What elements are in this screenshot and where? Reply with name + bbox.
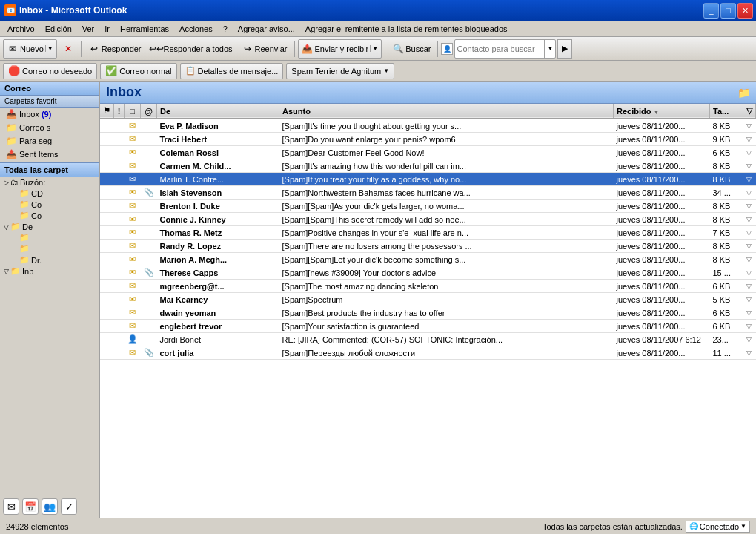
cell-excl <box>114 346 125 360</box>
table-row[interactable]: ✉ Coleman Rossi [Spam]Dear Customer Feel… <box>100 146 756 159</box>
extra-button[interactable]: ▶ <box>557 39 572 59</box>
cell-received: jueves 08/11/200... <box>614 280 710 293</box>
table-row[interactable]: ✉ englebert trevor [Spam]Your satisfacti… <box>100 320 756 333</box>
col-header-filter[interactable]: ▽ <box>743 104 756 119</box>
responder-button[interactable]: ↩ Responder <box>84 39 145 59</box>
col-header-from[interactable]: De <box>157 104 279 119</box>
menu-agregar-aviso[interactable]: Agregar aviso... <box>233 23 299 35</box>
cell-attach <box>141 306 157 320</box>
tree-item-buzon[interactable]: ▷ 🗂 Buzón: <box>0 177 99 188</box>
tree-item-co2[interactable]: 📁 Co <box>0 210 99 221</box>
enviar-button[interactable]: 📤 Enviar y recibir ▼ <box>298 39 382 59</box>
cell-excl <box>114 320 125 333</box>
tree-item-de-sub2[interactable]: 📁 <box>0 243 99 254</box>
table-row[interactable]: ✉ Marlin T. Contre... [Spam]If you treat… <box>100 173 756 186</box>
spam-terrier-button[interactable]: Spam Terrier de Agnitum ▼ <box>286 63 394 79</box>
menu-herramientas[interactable]: Herramientas <box>116 23 173 35</box>
menu-agregar-remitente[interactable]: Agregar el remitente a la lista de remit… <box>301 23 512 35</box>
table-row[interactable]: ✉ Thomas R. Metz [Spam]Positive changes … <box>100 226 756 240</box>
cell-subject: [Spam][Spam]Let your dic'k become someth… <box>279 253 614 266</box>
contact-search-dropdown[interactable]: ▼ <box>454 39 556 59</box>
cell-filter: ▽ <box>743 226 756 240</box>
sidebar-inbox[interactable]: 📥 Inbox (9) <box>0 108 99 121</box>
table-row[interactable]: ✉ Connie J. Kinney [Spam][Spam]This secr… <box>100 213 756 226</box>
sidebar-correo-s[interactable]: 📁 Correo s <box>0 121 99 134</box>
contact-search-input[interactable] <box>455 44 544 53</box>
table-row[interactable]: ✉ 📎 cort julia [Spam]Переезды любой слож… <box>100 346 756 360</box>
responder-todos-button[interactable]: ↩↩ Responder a todos <box>147 39 236 59</box>
close-button[interactable]: ✕ <box>737 3 753 19</box>
table-row[interactable]: ✉ Brenton I. Duke [Spam][Spam]As your di… <box>100 200 756 213</box>
cell-received: jueves 08/11/200... <box>614 173 710 186</box>
tasks-nav-icon[interactable]: ✓ <box>61 498 77 515</box>
table-row[interactable]: ✉ mgreenberg@t... [Spam]The most amazing… <box>100 280 756 293</box>
cell-filter: ▽ <box>743 173 756 186</box>
cell-excl <box>114 240 125 253</box>
attach-icon: 📎 <box>144 188 154 197</box>
calendar-nav-icon[interactable]: 📅 <box>22 498 39 515</box>
cell-type: ✉ <box>125 280 141 293</box>
contacts-nav-icon[interactable]: 👥 <box>42 498 58 515</box>
sidebar-sent-items[interactable]: 📤 Sent Items <box>0 148 99 161</box>
menu-acciones[interactable]: Acciones <box>175 23 217 35</box>
inbox-title: Inbox <box>106 85 142 100</box>
cell-flags <box>100 119 114 133</box>
cell-size: 23... <box>710 333 743 346</box>
cell-filter: ▽ <box>743 119 756 133</box>
cell-subject: [Spam]Dear Customer Feel Good Now! <box>279 146 614 159</box>
table-row[interactable]: ✉ Eva P. Madison [Spam]It's time you tho… <box>100 119 756 133</box>
col-header-attach[interactable]: @ <box>141 104 157 119</box>
tree-item-de[interactable]: ▽ 📁 De <box>0 221 99 232</box>
col-header-type[interactable]: □ <box>125 104 141 119</box>
table-row[interactable]: ✉ Randy R. Lopez [Spam]There are no lose… <box>100 240 756 253</box>
tree-item-dr[interactable]: 📁 Dr. <box>0 254 99 266</box>
table-row[interactable]: 👤 Jordi Bonet RE: [JIRA] Commented: (COR… <box>100 333 756 346</box>
col-header-flags[interactable]: ⚑ <box>100 104 114 119</box>
cell-from: Traci Hebert <box>157 133 279 146</box>
maximize-button[interactable]: □ <box>720 3 736 19</box>
cell-filter: ▽ <box>743 293 756 306</box>
tree-item-inb[interactable]: ▽ 📁 Inb <box>0 266 99 277</box>
minimize-button[interactable]: _ <box>703 3 719 19</box>
inbox-folder-icon: 📥 <box>6 109 17 119</box>
menu-archivo[interactable]: Archivo <box>3 23 39 35</box>
detalles-mensaje-button[interactable]: 📋 Detalles de mensaje... <box>180 63 284 79</box>
table-row[interactable]: ✉ Traci Hebert [Spam]Do you want enlarge… <box>100 133 756 146</box>
col-header-size[interactable]: Ta... <box>710 104 743 119</box>
cell-attach <box>141 320 157 333</box>
cell-type: ✉ <box>125 159 141 173</box>
col-header-received[interactable]: Recibido ▼ <box>614 104 710 119</box>
cell-size: 7 KB <box>710 226 743 240</box>
cell-filter: ▽ <box>743 280 756 293</box>
contact-search-arrow[interactable]: ▼ <box>544 40 555 58</box>
table-row[interactable]: ✉ dwain yeoman [Spam]Best products the i… <box>100 306 756 320</box>
menu-ver[interactable]: Ver <box>78 23 99 35</box>
menu-edicion[interactable]: Edición <box>41 23 76 35</box>
table-row[interactable]: ✉ Carmen M. Child... [Spam]It's amazing … <box>100 159 756 173</box>
inbox-header: Inbox 📁 <box>100 82 756 104</box>
tree-item-de-sub1[interactable]: 📁 <box>0 232 99 243</box>
cell-flags <box>100 280 114 293</box>
tree-item-cd[interactable]: 📁 CD <box>0 188 99 199</box>
delete-button[interactable]: ✕ <box>59 39 78 59</box>
separator-4 <box>437 41 438 57</box>
table-row[interactable]: ✉ Mai Kearney [Spam]Spectrum jueves 08/1… <box>100 293 756 306</box>
col-header-subject[interactable]: Asunto <box>279 104 614 119</box>
table-row[interactable]: ✉ 📎 Isiah Stevenson [Spam]Northwestern B… <box>100 186 756 200</box>
menu-ir[interactable]: Ir <box>100 23 114 35</box>
buscar-button[interactable]: 🔍 Buscar <box>388 39 434 59</box>
cell-from: Randy R. Lopez <box>157 240 279 253</box>
correo-normal-button[interactable]: ✅ Correo normal <box>100 63 176 79</box>
tree-item-co1[interactable]: 📁 Co <box>0 199 99 210</box>
table-row[interactable]: ✉ 📎 Therese Capps [Spam][news #39009] Yo… <box>100 266 756 280</box>
col-header-excl[interactable]: ! <box>114 104 125 119</box>
table-row[interactable]: ✉ Marion A. Mcgh... [Spam][Spam]Let your… <box>100 253 756 266</box>
connected-status[interactable]: 🌐 Conectado ▼ <box>686 521 750 533</box>
nuevo-button[interactable]: ✉ Nuevo ▼ <box>3 39 57 59</box>
reenviar-button[interactable]: ↪ Reenviar <box>238 39 291 59</box>
menu-help[interactable]: ? <box>219 23 232 35</box>
correo-no-deseado-button[interactable]: 🛑 Correo no deseado <box>3 63 97 79</box>
connected-dropdown[interactable]: ▼ <box>740 523 746 530</box>
mail-nav-icon[interactable]: ✉ <box>3 498 19 515</box>
sidebar-para-seg[interactable]: 📁 Para seg <box>0 134 99 148</box>
